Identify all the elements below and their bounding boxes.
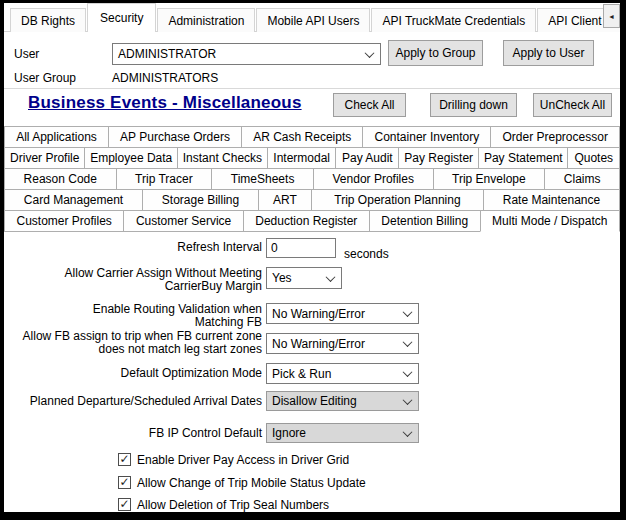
trip-mobile-status-checkbox[interactable]: ✓ xyxy=(118,476,131,489)
optimization-mode-label: Default Optimization Mode xyxy=(4,367,262,380)
optimization-mode-select[interactable]: Pick & Run xyxy=(266,363,419,384)
chevron-down-icon xyxy=(403,367,413,377)
tab-all-applications[interactable]: All Applications xyxy=(4,126,109,148)
tab-reason-code[interactable]: Reason Code xyxy=(4,168,117,190)
fb-ip-control-select[interactable]: Ignore xyxy=(266,423,419,443)
tab-trip-tracer[interactable]: Trip Tracer xyxy=(116,168,213,190)
tab-vendor-profiles[interactable]: Vendor Profiles xyxy=(313,168,434,190)
event-tab-row-2: Driver Profile Employee Data Instant Che… xyxy=(4,147,620,169)
tab-customer-service[interactable]: Customer Service xyxy=(123,210,243,232)
chevron-down-icon xyxy=(403,395,413,405)
refresh-interval-label: Refresh Interval xyxy=(4,241,262,254)
chevron-down-icon xyxy=(365,48,375,58)
event-tab-row-3: Reason Code Trip Tracer TimeSheets Vendo… xyxy=(4,168,620,190)
fb-ip-control-label: FB IP Control Default xyxy=(4,427,262,440)
tab-order-preprocessor[interactable]: Order Preprocessor xyxy=(490,126,620,148)
user-label: User xyxy=(14,47,39,61)
driver-pay-access-checkbox[interactable]: ✓ xyxy=(118,453,131,466)
tab-pay-statement[interactable]: Pay Statement xyxy=(478,147,568,169)
security-page: DB Rights Security Administration Mobile… xyxy=(4,3,620,512)
routing-validation-label-line2: Matching FB xyxy=(195,315,262,329)
routing-validation-select[interactable]: No Warning/Error xyxy=(266,303,419,324)
fb-assign-value: No Warning/Error xyxy=(272,337,365,351)
tab-claims[interactable]: Claims xyxy=(544,168,620,190)
fb-assign-label-line2: does not match leg start zones xyxy=(99,342,262,356)
scroll-left-icon: ◄ xyxy=(608,13,615,20)
tab-multi-mode-dispatch[interactable]: Multi Mode / Dispatch xyxy=(480,210,620,232)
tab-deduction-register[interactable]: Deduction Register xyxy=(243,210,370,232)
tab-pay-audit[interactable]: Pay Audit xyxy=(335,147,399,169)
fb-assign-select[interactable]: No Warning/Error xyxy=(266,333,419,354)
tab-pay-register[interactable]: Pay Register xyxy=(398,147,479,169)
planned-departure-label: Planned Departure/Scheduled Arrival Date… xyxy=(4,395,262,408)
tab-employee-data[interactable]: Employee Data xyxy=(84,147,177,169)
carrier-assign-select[interactable]: Yes xyxy=(266,267,342,289)
carrier-assign-value: Yes xyxy=(272,271,292,285)
tab-instant-checks[interactable]: Instant Checks xyxy=(177,147,268,169)
apply-to-user-button[interactable]: Apply to User xyxy=(503,40,594,66)
tab-mobile-api-users[interactable]: Mobile API Users xyxy=(256,8,370,32)
user-group-label: User Group xyxy=(14,71,76,85)
uncheck-all-button[interactable]: UnCheck All xyxy=(533,93,612,117)
event-tab-row-1: All Applications AP Purchase Orders AR C… xyxy=(4,126,620,148)
apply-to-group-button[interactable]: Apply to Group xyxy=(388,40,483,66)
page-title: Business Events - Miscellaneous xyxy=(28,93,302,113)
section-divider xyxy=(4,88,620,89)
tab-card-management[interactable]: Card Management xyxy=(4,189,143,211)
chevron-down-icon xyxy=(326,272,336,282)
tab-ap-purchase-orders[interactable]: AP Purchase Orders xyxy=(108,126,242,148)
drilling-down-button[interactable]: Drilling down xyxy=(430,93,517,117)
tab-container-inventory[interactable]: Container Inventory xyxy=(362,126,491,148)
fb-assign-label-line1: Allow FB assign to trip when FB current … xyxy=(23,329,262,343)
tab-art[interactable]: ART xyxy=(258,189,312,211)
app-window: DB Rights Security Administration Mobile… xyxy=(0,0,626,520)
tab-customer-profiles[interactable]: Customer Profiles xyxy=(4,210,124,232)
carrier-assign-label-line1: Allow Carrier Assign Without Meeting xyxy=(65,266,262,280)
planned-departure-value: Disallow Editing xyxy=(272,394,357,408)
carrier-assign-label-line2: CarrierBuy Margin xyxy=(165,279,262,293)
chevron-down-icon xyxy=(403,307,413,317)
routing-validation-label: Enable Routing Validation when Matching … xyxy=(4,303,262,329)
event-tab-row-5: Customer Profiles Customer Service Deduc… xyxy=(4,210,620,232)
tab-scroll-left-button[interactable]: ◄ xyxy=(603,4,620,28)
tab-detention-billing[interactable]: Detention Billing xyxy=(369,210,481,232)
tab-quotes[interactable]: Quotes xyxy=(567,147,620,169)
carrier-assign-label: Allow Carrier Assign Without Meeting Car… xyxy=(4,267,262,293)
refresh-interval-input[interactable] xyxy=(266,238,336,258)
tab-intermodal[interactable]: Intermodal xyxy=(267,147,337,169)
trip-seal-numbers-checkbox[interactable]: ✓ xyxy=(118,498,131,511)
user-select[interactable]: ADMINISTRATOR xyxy=(112,43,381,65)
tab-driver-profile[interactable]: Driver Profile xyxy=(4,147,85,169)
tab-db-rights[interactable]: DB Rights xyxy=(10,8,86,32)
trip-mobile-status-label: Allow Change of Trip Mobile Status Updat… xyxy=(137,476,366,490)
routing-validation-label-line1: Enable Routing Validation when xyxy=(93,302,262,316)
top-tabstrip: DB Rights Security Administration Mobile… xyxy=(10,4,626,32)
optimization-mode-value: Pick & Run xyxy=(272,367,331,381)
check-all-button[interactable]: Check All xyxy=(333,93,406,117)
tab-api-truckmate-credentials[interactable]: API TruckMate Credentials xyxy=(371,8,536,32)
tab-timesheets[interactable]: TimeSheets xyxy=(211,168,314,190)
driver-pay-access-label: Enable Driver Pay Access in Driver Grid xyxy=(137,453,349,467)
planned-departure-select[interactable]: Disallow Editing xyxy=(266,391,419,411)
user-group-value: ADMINISTRATORS xyxy=(112,71,218,85)
trip-seal-numbers-label: Allow Deletion of Trip Seal Numbers xyxy=(137,498,329,512)
tab-ar-cash-receipts[interactable]: AR Cash Receipts xyxy=(241,126,363,148)
tab-rate-maintenance[interactable]: Rate Maintenance xyxy=(483,189,620,211)
fb-ip-control-value: Ignore xyxy=(272,426,306,440)
event-tab-row-4: Card Management Storage Billing ART Trip… xyxy=(4,189,620,211)
fb-assign-label: Allow FB assign to trip when FB current … xyxy=(4,330,262,356)
chevron-down-icon xyxy=(403,427,413,437)
routing-validation-value: No Warning/Error xyxy=(272,307,365,321)
tab-administration[interactable]: Administration xyxy=(157,8,255,32)
tab-security[interactable]: Security xyxy=(87,3,156,32)
tab-trip-operation-planning[interactable]: Trip Operation Planning xyxy=(311,189,484,211)
chevron-down-icon xyxy=(403,337,413,347)
refresh-interval-suffix: seconds xyxy=(344,247,389,261)
tab-storage-billing[interactable]: Storage Billing xyxy=(142,189,259,211)
tab-trip-envelope[interactable]: Trip Envelope xyxy=(433,168,546,190)
event-tab-grid: All Applications AP Purchase Orders AR C… xyxy=(4,126,620,232)
user-select-value: ADMINISTRATOR xyxy=(118,47,216,61)
